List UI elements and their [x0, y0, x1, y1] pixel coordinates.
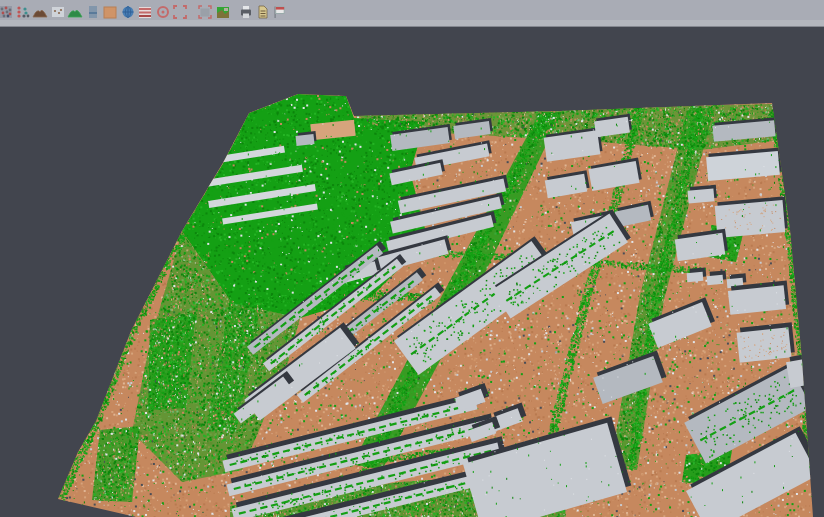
toolbar — [0, 0, 824, 27]
circle-select-icon[interactable] — [155, 4, 171, 20]
crop-image-icon[interactable] — [197, 4, 213, 20]
crop-image-icon-glyph — [197, 4, 213, 20]
print-icon[interactable] — [238, 4, 254, 20]
classify-points-icon[interactable] — [15, 4, 31, 20]
rect-select-icon[interactable] — [172, 4, 188, 20]
circle-select-icon-glyph — [155, 4, 171, 20]
export-report-icon-glyph — [255, 4, 271, 20]
sparse-points-icon-glyph — [50, 4, 66, 20]
terrain-model-icon-glyph — [32, 4, 48, 20]
layers-icon[interactable] — [137, 4, 153, 20]
flag-icon[interactable] — [271, 4, 287, 20]
georeference-icon-glyph — [120, 4, 136, 20]
orthophoto-icon-glyph — [102, 4, 118, 20]
point-cloud-icon[interactable] — [0, 4, 14, 20]
profile-view-icon[interactable] — [85, 4, 101, 20]
application-window — [0, 0, 824, 517]
layers-icon-glyph — [137, 4, 153, 20]
flag-icon-glyph — [271, 4, 287, 20]
rect-select-icon-glyph — [172, 4, 188, 20]
sparse-points-icon[interactable] — [50, 4, 66, 20]
classify-points-icon-glyph — [15, 4, 31, 20]
classification-map-icon-glyph — [215, 4, 231, 20]
profile-view-icon-glyph — [85, 4, 101, 20]
orthophoto-icon[interactable] — [102, 4, 118, 20]
terrain-model-icon[interactable] — [32, 4, 48, 20]
surface-model-icon-glyph — [67, 4, 83, 20]
export-report-icon[interactable] — [255, 4, 271, 20]
print-icon-glyph — [238, 4, 254, 20]
classification-map-icon[interactable] — [215, 4, 231, 20]
point-cloud-icon-glyph — [0, 4, 14, 20]
surface-model-icon[interactable] — [67, 4, 83, 20]
viewport-3d[interactable] — [0, 27, 824, 517]
georeference-icon[interactable] — [120, 4, 136, 20]
